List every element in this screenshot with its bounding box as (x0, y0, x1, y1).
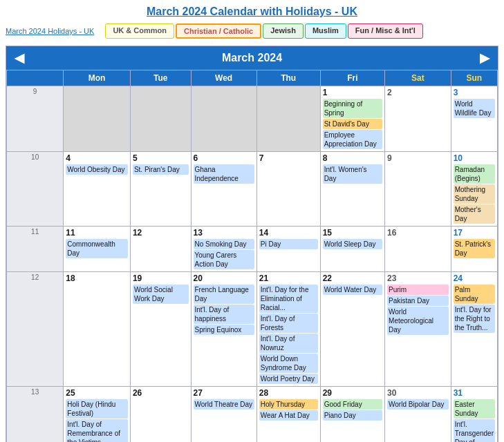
day-31: 31 Easter Sunday Int'l. Transgender Day … (451, 387, 497, 443)
event-purim[interactable]: Purim (387, 285, 449, 295)
event-ghana-independence[interactable]: Ghana Independence (194, 164, 254, 184)
day-empty-2 (130, 86, 191, 152)
event-easter-sunday[interactable]: Easter Sunday (454, 399, 495, 419)
event-world-down-syndrome-day[interactable]: World Down Syndrome Day (259, 354, 318, 373)
day-1: 1 Beginning of Spring St David's Day Emp… (320, 86, 384, 152)
event-beginning-spring[interactable]: Beginning of Spring (323, 99, 382, 118)
filter-muslim[interactable]: Muslim (305, 23, 346, 39)
event-world-water-day[interactable]: World Water Day (323, 285, 382, 295)
week-num-10: 10 (7, 152, 64, 227)
page-title: March 2024 Calendar with Holidays - UK (0, 0, 504, 21)
event-world-obesity-day[interactable]: World Obesity Day (66, 164, 128, 175)
day-17: 17 St. Patrick's Day (451, 227, 497, 272)
next-month-button[interactable]: ▶ (480, 50, 489, 66)
week-num-9: 9 (7, 86, 64, 152)
prev-month-button[interactable]: ◀ (15, 50, 24, 66)
date-19: 19 (133, 273, 189, 283)
event-intl-day-elimination-racial[interactable]: Int'l. Day for the Elimination of Racial… (259, 285, 318, 313)
event-world-bipolar-day[interactable]: World Bipolar Day (387, 399, 449, 410)
event-ramadan-begins[interactable]: Ramadan (Begins) (454, 164, 495, 184)
day-27: 27 World Theatre Day (191, 387, 256, 443)
filter-fun[interactable]: Fun / Misc & Int'l (348, 23, 423, 39)
date-14: 14 (259, 228, 318, 238)
event-mothering-sunday[interactable]: Mothering Sunday (454, 184, 495, 204)
filter-jewish[interactable]: Jewish (263, 23, 304, 39)
date-3: 3 (454, 88, 495, 97)
event-st-davids-day[interactable]: St David's Day (323, 119, 382, 129)
day-28: 28 Holy Thursday Wear A Hat Day (256, 387, 320, 443)
date-26: 26 (133, 388, 189, 398)
day-3: 3 World Wildlife Day (451, 86, 497, 152)
day-25: 25 Holi Day (Hindu Festival) Int'l. Day … (64, 387, 131, 443)
event-mothers-day[interactable]: Mother's Day (454, 204, 495, 224)
event-piano-day[interactable]: Piano Day (323, 410, 382, 421)
date-25: 25 (66, 388, 128, 398)
event-intl-womens-day[interactable]: Int'l. Women's Day (323, 164, 382, 184)
header-sun: Sun (451, 70, 497, 86)
event-intl-day-remembrance-victims[interactable]: Int'l. Day of Remembrance of the Victims… (66, 419, 128, 442)
date-4: 4 (66, 153, 128, 163)
date-13: 13 (194, 228, 254, 238)
day-9: 9 (385, 152, 451, 227)
event-st-pirans-day[interactable]: St. Piran's Day (133, 164, 189, 175)
filter-christian[interactable]: Christian / Catholic (176, 23, 261, 39)
event-world-sleep-day[interactable]: World Sleep Day (323, 239, 382, 249)
date-9: 9 (387, 153, 449, 163)
date-1: 1 (323, 88, 382, 97)
event-good-friday[interactable]: Good Friday (323, 399, 382, 410)
day-6: 6 Ghana Independence (191, 152, 256, 227)
filter-tabs: UK & Common Christian / Catholic Jewish … (105, 23, 422, 39)
day-16: 16 (385, 227, 451, 272)
calendar-month-title: March 2024 (222, 52, 282, 64)
day-22: 22 World Water Day (320, 272, 384, 387)
week-num-12: 12 (7, 272, 64, 387)
day-empty-3 (191, 86, 256, 152)
event-no-smoking-day[interactable]: No Smoking Day (194, 239, 254, 249)
date-23: 23 (387, 273, 449, 283)
event-holy-thursday[interactable]: Holy Thursday (259, 399, 318, 410)
header-tue: Tue (130, 70, 191, 86)
filter-uk[interactable]: UK & Common (105, 23, 174, 39)
event-intl-day-right-truth[interactable]: Int'l. Day for the Right to the Truth... (454, 305, 495, 333)
event-spring-equinox[interactable]: Spring Equinox (194, 325, 254, 335)
calendar-grid: Mon Tue Wed Thu Fri Sat Sun 9 1 Beginnin… (6, 70, 498, 442)
day-30: 30 World Bipolar Day (385, 387, 451, 443)
event-world-poetry-day[interactable]: World Poetry Day (259, 374, 318, 384)
table-row: 10 4 World Obesity Day 5 St. Piran's Day… (7, 152, 498, 227)
event-world-social-work-day[interactable]: World Social Work Day (133, 285, 189, 304)
event-french-language-day[interactable]: French Language Day (194, 285, 254, 304)
event-wear-hat-day[interactable]: Wear A Hat Day (259, 410, 318, 421)
event-young-carers-action-day[interactable]: Young Carers Action Day (194, 250, 254, 269)
header-mon: Mon (64, 70, 131, 86)
top-link[interactable]: March 2024 Holidays - UK (6, 27, 94, 35)
days-header-row: Mon Tue Wed Thu Fri Sat Sun (7, 70, 498, 86)
day-5: 5 St. Piran's Day (130, 152, 191, 227)
event-intl-day-nowruz[interactable]: Int'l. Day of Nowruz (259, 334, 318, 353)
event-palm-sunday[interactable]: Palm Sunday (454, 285, 495, 304)
header-sat: Sat (385, 70, 451, 86)
date-24: 24 (454, 273, 495, 283)
event-holi-day[interactable]: Holi Day (Hindu Festival) (66, 399, 128, 419)
event-world-wildlife-day[interactable]: World Wildlife Day (454, 99, 495, 118)
event-commonwealth-day[interactable]: Commonwealth Day (66, 239, 128, 258)
date-31: 31 (454, 388, 495, 398)
day-20: 20 French Language Day Int'l. Day of hap… (191, 272, 256, 387)
event-intl-transgender-day[interactable]: Int'l. Transgender Day of Visibility (454, 419, 495, 442)
table-row: 11 11 Commonwealth Day 12 13 No Smoking … (7, 227, 498, 272)
event-world-meteorological-day[interactable]: World Meteorological Day (387, 307, 449, 335)
date-6: 6 (194, 153, 254, 163)
week-num-header (7, 70, 64, 86)
date-5: 5 (133, 153, 189, 163)
event-intl-day-happiness[interactable]: Int'l. Day of happiness (194, 305, 254, 324)
day-19: 19 World Social Work Day (130, 272, 191, 387)
event-pi-day[interactable]: Pi Day (259, 239, 318, 249)
date-30: 30 (387, 388, 449, 398)
event-pakistan-day[interactable]: Pakistan Day (387, 296, 449, 306)
event-employee-appreciation[interactable]: Employee Appreciation Day (323, 130, 382, 149)
table-row: 13 25 Holi Day (Hindu Festival) Int'l. D… (7, 387, 498, 443)
day-12: 12 (130, 227, 191, 272)
event-st-patricks-day[interactable]: St. Patrick's Day (454, 239, 495, 258)
day-29: 29 Good Friday Piano Day (320, 387, 384, 443)
event-intl-day-forests[interactable]: Int'l. Day of Forests (259, 314, 318, 333)
event-world-theatre-day[interactable]: World Theatre Day (194, 399, 254, 410)
